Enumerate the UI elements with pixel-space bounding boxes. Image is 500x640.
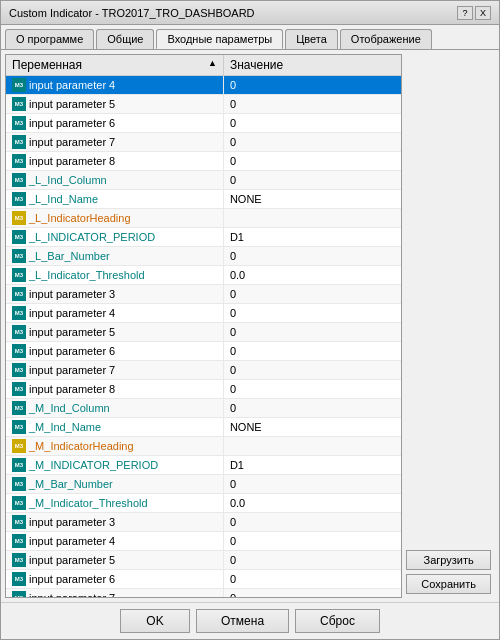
teal-icon: M3	[12, 192, 26, 206]
row-label: input parameter 6	[29, 345, 115, 357]
teal-icon: M3	[12, 116, 26, 130]
row-label: _M_Indicator_Threshold	[29, 497, 148, 509]
parameters-table-container[interactable]: Переменная ▲ Значение M3input parameter …	[5, 54, 402, 598]
yellow-icon: M3	[12, 211, 26, 225]
teal-icon: M3	[12, 553, 26, 567]
row-label: input parameter 7	[29, 136, 115, 148]
table-area: Переменная ▲ Значение M3input parameter …	[5, 54, 402, 598]
tab-general[interactable]: Общие	[96, 29, 154, 49]
ok-button[interactable]: OK	[120, 609, 190, 633]
row-value: 0.0	[223, 266, 401, 285]
teal-icon: M3	[12, 363, 26, 377]
row-value: 0	[223, 551, 401, 570]
table-row[interactable]: M3_M_Ind_NameNONE	[6, 418, 401, 437]
reset-button[interactable]: Сброс	[295, 609, 380, 633]
table-row[interactable]: M3_L_Ind_Column0	[6, 171, 401, 190]
table-row[interactable]: M3input parameter 30	[6, 285, 401, 304]
row-value: 0	[223, 114, 401, 133]
teal-icon: M3	[12, 78, 26, 92]
help-button[interactable]: ?	[457, 6, 473, 20]
tab-display[interactable]: Отображение	[340, 29, 432, 49]
row-label: input parameter 8	[29, 155, 115, 167]
row-label: input parameter 7	[29, 364, 115, 376]
row-value: 0	[223, 532, 401, 551]
table-row[interactable]: M3input parameter 60	[6, 570, 401, 589]
row-value: D1	[223, 228, 401, 247]
table-row[interactable]: M3_M_INDICATOR_PERIODD1	[6, 456, 401, 475]
table-row[interactable]: M3input parameter 40	[6, 76, 401, 95]
title-bar: Custom Indicator - TRO2017_TRO_DASHBOARD…	[1, 1, 499, 25]
col-value: Значение	[223, 55, 401, 76]
tab-bar: О программе Общие Входные параметры Цвет…	[1, 25, 499, 50]
row-value: 0	[223, 304, 401, 323]
content-area: Переменная ▲ Значение M3input parameter …	[1, 50, 499, 602]
table-row[interactable]: M3input parameter 80	[6, 152, 401, 171]
row-value: 0	[223, 475, 401, 494]
row-value: 0	[223, 399, 401, 418]
row-label: _L_Ind_Name	[29, 193, 98, 205]
teal-icon: M3	[12, 477, 26, 491]
table-row[interactable]: M3input parameter 70	[6, 589, 401, 599]
teal-icon: M3	[12, 496, 26, 510]
table-row[interactable]: M3_L_Indicator_Threshold0.0	[6, 266, 401, 285]
table-row[interactable]: M3_L_IndicatorHeading	[6, 209, 401, 228]
table-row[interactable]: M3input parameter 70	[6, 133, 401, 152]
tab-colors[interactable]: Цвета	[285, 29, 338, 49]
table-row[interactable]: M3_L_INDICATOR_PERIODD1	[6, 228, 401, 247]
row-label: _L_IndicatorHeading	[29, 212, 131, 224]
row-value: 0	[223, 380, 401, 399]
tab-inputs[interactable]: Входные параметры	[156, 29, 283, 49]
table-row[interactable]: M3input parameter 70	[6, 361, 401, 380]
table-row[interactable]: M3input parameter 60	[6, 342, 401, 361]
table-row[interactable]: M3input parameter 40	[6, 532, 401, 551]
row-label: input parameter 5	[29, 98, 115, 110]
table-row[interactable]: M3input parameter 40	[6, 304, 401, 323]
table-row[interactable]: M3input parameter 50	[6, 551, 401, 570]
row-label: input parameter 5	[29, 326, 115, 338]
teal-icon: M3	[12, 534, 26, 548]
row-value: 0	[223, 323, 401, 342]
table-row[interactable]: M3_M_Ind_Column0	[6, 399, 401, 418]
teal-icon: M3	[12, 173, 26, 187]
teal-icon: M3	[12, 344, 26, 358]
row-value	[223, 437, 401, 456]
table-row[interactable]: M3_M_IndicatorHeading	[6, 437, 401, 456]
main-content: Переменная ▲ Значение M3input parameter …	[5, 54, 495, 598]
teal-icon: M3	[12, 515, 26, 529]
table-row[interactable]: M3input parameter 50	[6, 323, 401, 342]
table-row[interactable]: M3input parameter 30	[6, 513, 401, 532]
row-value: 0	[223, 361, 401, 380]
title-bar-buttons: ? X	[457, 6, 491, 20]
table-row[interactable]: M3_L_Bar_Number0	[6, 247, 401, 266]
row-value: 0	[223, 152, 401, 171]
sort-icon: ▲	[208, 58, 217, 68]
load-button[interactable]: Загрузить	[406, 550, 491, 570]
table-row[interactable]: M3input parameter 60	[6, 114, 401, 133]
row-value	[223, 209, 401, 228]
teal-icon: M3	[12, 458, 26, 472]
row-label: input parameter 7	[29, 592, 115, 598]
table-row[interactable]: M3input parameter 80	[6, 380, 401, 399]
col-variable: Переменная ▲	[6, 55, 223, 76]
row-label: _L_INDICATOR_PERIOD	[29, 231, 155, 243]
row-value: 0.0	[223, 494, 401, 513]
tab-about[interactable]: О программе	[5, 29, 94, 49]
close-button[interactable]: X	[475, 6, 491, 20]
table-row[interactable]: M3_L_Ind_NameNONE	[6, 190, 401, 209]
row-value: 0	[223, 95, 401, 114]
cancel-button[interactable]: Отмена	[196, 609, 289, 633]
side-buttons-panel: Загрузить Сохранить	[402, 54, 495, 598]
table-row[interactable]: M3_M_Indicator_Threshold0.0	[6, 494, 401, 513]
row-value: 0	[223, 285, 401, 304]
window-title: Custom Indicator - TRO2017_TRO_DASHBOARD	[9, 7, 255, 19]
row-label: input parameter 6	[29, 573, 115, 585]
table-row[interactable]: M3_M_Bar_Number0	[6, 475, 401, 494]
row-label: _M_IndicatorHeading	[29, 440, 134, 452]
parameters-table: Переменная ▲ Значение M3input parameter …	[6, 55, 401, 598]
row-label: input parameter 8	[29, 383, 115, 395]
save-button[interactable]: Сохранить	[406, 574, 491, 594]
row-label: _M_Ind_Name	[29, 421, 101, 433]
table-row[interactable]: M3input parameter 50	[6, 95, 401, 114]
row-value: D1	[223, 456, 401, 475]
teal-icon: M3	[12, 230, 26, 244]
